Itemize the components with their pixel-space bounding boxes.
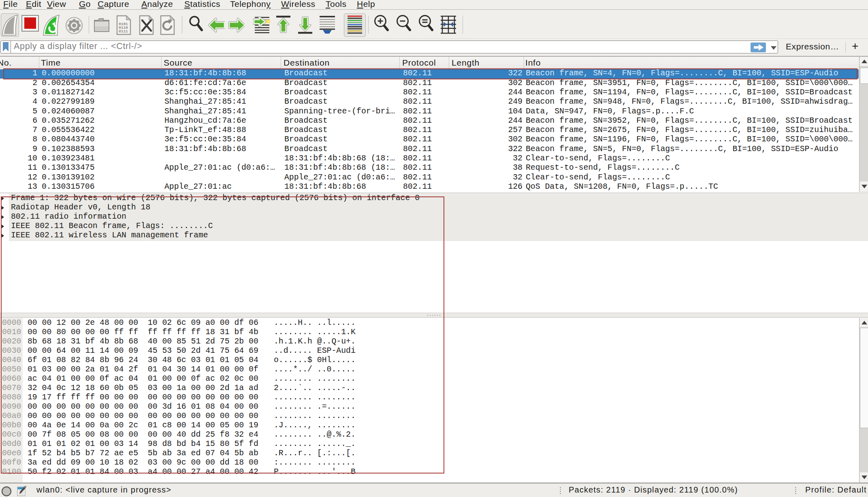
- svg-text:0111: 0111: [119, 29, 128, 34]
